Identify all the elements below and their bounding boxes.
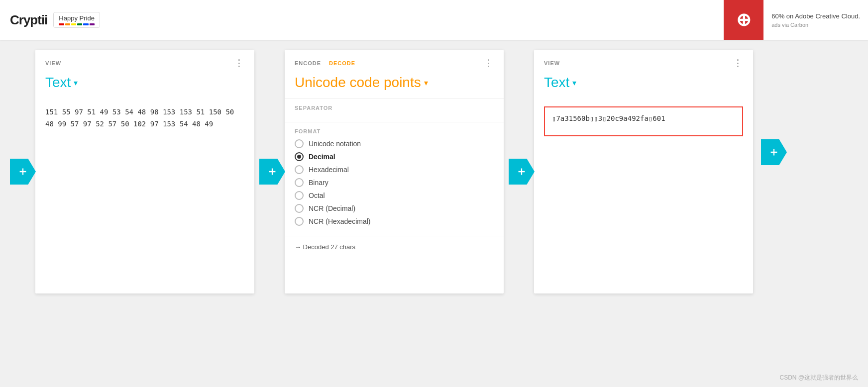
ad-text: 60% on Adobe Creative Cloud. — [771, 12, 860, 20]
radio-decimal[interactable]: Decimal — [295, 152, 494, 161]
pride-badge: Happy Pride — [53, 12, 100, 28]
right-type-arrow-icon: ▾ — [572, 78, 576, 88]
radio-octal[interactable]: Octal — [295, 191, 494, 200]
tab-decode[interactable]: DECODE — [329, 60, 355, 66]
encode-tabs: ENCODE DECODE — [295, 60, 355, 66]
right-add-button[interactable] — [509, 159, 535, 185]
plus-icon-left — [17, 166, 28, 177]
plus-icon-far-right — [768, 147, 779, 158]
left-panel-type[interactable]: Text ▾ — [35, 73, 254, 98]
format-section: FORMAT Unicode notation Decimal Hexadeci… — [285, 122, 504, 236]
pride-label: Happy Pride — [59, 14, 95, 22]
radio-label-binary: Binary — [309, 179, 328, 187]
radio-circle-ncr-dec — [295, 204, 304, 213]
left-panel-menu[interactable]: ⋮ — [234, 58, 244, 69]
left-type-arrow-icon: ▾ — [74, 78, 78, 88]
right-panel-type[interactable]: Text ▾ — [534, 73, 753, 98]
radio-circle-ncr-hex — [295, 217, 304, 226]
left-add-button[interactable] — [10, 159, 36, 185]
decoded-chars: → Decoded 27 chars — [295, 243, 355, 251]
radio-label-ncr-hex: NCR (Hexadecimal) — [309, 217, 370, 225]
right-type-text: Text — [544, 75, 569, 91]
radio-circle-hex — [295, 165, 304, 174]
middle-panel: ENCODE DECODE ⋮ Unicode code points ▾ SE… — [285, 50, 504, 293]
left-panel: VIEW ⋮ Text ▾ 151 55 97 51 49 53 54 48 9… — [35, 50, 254, 293]
left-panel-block: VIEW ⋮ Text ▾ 151 55 97 51 49 53 54 48 9… — [10, 50, 254, 293]
middle-type-arrow-icon: ▾ — [424, 78, 428, 88]
separator-label: SEPARATOR — [295, 105, 494, 111]
radio-binary[interactable]: Binary — [295, 178, 494, 187]
logo-area: Cryptii Happy Pride — [10, 12, 100, 28]
left-panel-header: VIEW ⋮ — [35, 50, 254, 73]
plus-icon-middle — [267, 166, 278, 177]
plus-icon-right — [516, 166, 527, 177]
middle-panel-block: ENCODE DECODE ⋮ Unicode code points ▾ SE… — [259, 50, 504, 293]
decode-info: → Decoded 27 chars — [285, 236, 504, 258]
radio-circle-decimal — [295, 152, 304, 161]
tab-encode[interactable]: ENCODE — [295, 60, 321, 66]
far-right-add-button[interactable] — [761, 139, 787, 165]
right-panel-output: ▯7a31560b▯▯3▯20c9a492fa▯601 — [544, 106, 743, 136]
radio-label-ncr-dec: NCR (Decimal) — [309, 204, 355, 212]
radio-label-octal: Octal — [309, 192, 325, 199]
separator-section: SEPARATOR — [285, 98, 504, 122]
header: Cryptii Happy Pride ⊕ 60% on Adobe Creat… — [0, 0, 868, 40]
middle-panel-menu[interactable]: ⋮ — [484, 58, 494, 69]
left-panel-content: 151 55 97 51 49 53 54 48 98 153 153 51 1… — [35, 98, 254, 138]
ad-text-area: 60% on Adobe Creative Cloud. ads via Car… — [763, 7, 868, 33]
radio-label-hex: Hexadecimal — [309, 166, 349, 174]
right-panel-block: VIEW ⋮ Text ▾ ▯7a31560b▯▯3▯20c9a492fa▯60… — [509, 50, 753, 293]
right-panel-label: VIEW — [544, 60, 560, 66]
ad-image: ⊕ — [724, 0, 763, 40]
adobe-cc-icon: ⊕ — [736, 9, 751, 30]
radio-circle-binary — [295, 178, 304, 187]
ads-via: ads via Carbon — [771, 22, 860, 28]
middle-add-button[interactable] — [259, 159, 285, 185]
middle-panel-type[interactable]: Unicode code points ▾ — [285, 73, 504, 98]
radio-unicode-notation[interactable]: Unicode notation — [295, 139, 494, 148]
right-panel-header: VIEW ⋮ — [534, 50, 753, 73]
radio-circle-unicode — [295, 139, 304, 148]
far-right-add — [758, 50, 787, 165]
csdn-watermark: CSDN @这就是强者的世界么 — [779, 374, 858, 382]
radio-label-unicode: Unicode notation — [309, 140, 361, 148]
right-panel: VIEW ⋮ Text ▾ ▯7a31560b▯▯3▯20c9a492fa▯60… — [534, 50, 753, 293]
radio-ncr-decimal[interactable]: NCR (Decimal) — [295, 204, 494, 213]
logo: Cryptii — [10, 12, 47, 28]
panels-row: VIEW ⋮ Text ▾ 151 55 97 51 49 53 54 48 9… — [0, 40, 868, 303]
middle-panel-header: ENCODE DECODE ⋮ — [285, 50, 504, 73]
left-type-text: Text — [45, 75, 71, 91]
radio-label-decimal: Decimal — [309, 153, 335, 161]
format-label: FORMAT — [295, 128, 494, 134]
middle-type-text: Unicode code points — [295, 75, 421, 91]
radio-hexadecimal[interactable]: Hexadecimal — [295, 165, 494, 174]
right-panel-menu[interactable]: ⋮ — [733, 58, 743, 69]
left-panel-label: VIEW — [45, 60, 61, 66]
ad-area: ⊕ 60% on Adobe Creative Cloud. ads via C… — [724, 0, 868, 40]
radio-ncr-hexadecimal[interactable]: NCR (Hexadecimal) — [295, 217, 494, 226]
radio-circle-octal — [295, 191, 304, 200]
pride-rainbow — [59, 23, 95, 25]
